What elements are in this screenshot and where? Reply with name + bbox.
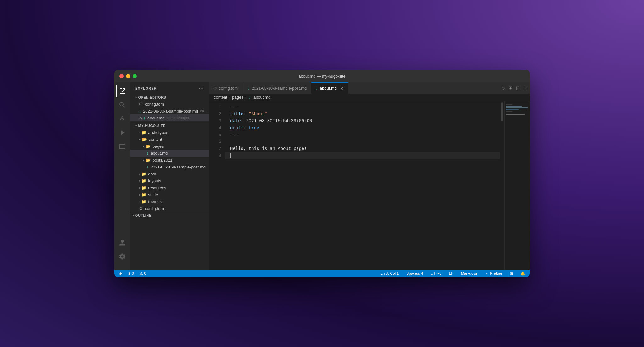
language-indicator[interactable]: Markdown	[460, 270, 480, 277]
warnings-text: ⚠ 0	[140, 271, 146, 276]
static-chevron: ›	[139, 193, 140, 196]
breadcrumb-pages: pages	[232, 95, 243, 100]
folder-pages[interactable]: ▾ 📂 pages	[130, 143, 209, 150]
close-icon-1[interactable]: ✕	[139, 116, 142, 120]
main-content: Explorer ··· ▾ OPEN EDITORS ⚙ config.tom…	[114, 82, 530, 270]
maximize-button[interactable]	[133, 74, 137, 78]
tab-config-toml[interactable]: ⚙ config.toml	[209, 82, 243, 94]
scrollbar-thumb[interactable]	[501, 102, 503, 121]
token-date-val: 2021-08-30T15:54:39+09:00	[246, 118, 312, 124]
encoding-indicator[interactable]: UTF-8	[430, 270, 443, 277]
open-editors-header[interactable]: ▾ OPEN EDITORS	[130, 94, 209, 101]
sidebar-header-icons[interactable]: ···	[199, 85, 204, 91]
breadcrumb-icon: ↓	[248, 95, 250, 100]
data-chevron: ›	[139, 172, 140, 176]
download-icon-post: ↓	[147, 164, 149, 169]
cursor-position[interactable]: Ln 8, Col 1	[379, 270, 400, 277]
folder-data[interactable]: › 📁 data	[130, 170, 209, 177]
minimap-line-2	[506, 106, 522, 107]
source-control-activity-icon[interactable]	[116, 113, 129, 125]
file-sample-post[interactable]: ↓ 2021-08-30-a-sample-post.md	[130, 163, 209, 170]
open-editor-sample-post[interactable]: ↓ 2021-08-30-a-sample-post.md content/po…	[130, 107, 209, 114]
sidebar-header: Explorer ···	[130, 82, 209, 94]
data-label: data	[148, 172, 156, 176]
cursor	[230, 153, 231, 158]
folder-static[interactable]: › 📁 static	[130, 191, 209, 198]
close-button[interactable]	[119, 74, 124, 78]
layouts-label: layouts	[148, 179, 161, 183]
token-dash-1: ---	[230, 105, 238, 110]
open-editor-config-toml[interactable]: ⚙ config.toml	[130, 101, 209, 107]
account-activity-icon[interactable]	[116, 236, 129, 249]
open-editor-about-name: about.md	[147, 116, 164, 120]
static-label: static	[148, 192, 158, 197]
formatter-text: ✓ Prettier	[486, 271, 502, 276]
folder-icon-content: 📂	[142, 137, 147, 142]
formatter-indicator[interactable]: ✓ Prettier	[485, 270, 503, 277]
folder-themes[interactable]: › 📁 themes	[130, 198, 209, 205]
more-icon[interactable]: ···	[199, 85, 204, 91]
open-editor-about[interactable]: ✕ ↓ about.md content/pages	[130, 114, 209, 121]
folder-archetypes[interactable]: › 📁 archetypes	[130, 129, 209, 136]
code-line-8[interactable]	[225, 152, 500, 159]
minimap-line-1	[506, 104, 512, 105]
sidebar: Explorer ··· ▾ OPEN EDITORS ⚙ config.tom…	[130, 82, 209, 270]
token-dash-2: ---	[230, 132, 238, 137]
code-content[interactable]: --- title: "About" date: 2021-08-30T15:5…	[225, 101, 500, 270]
explorer-activity-icon[interactable]	[116, 85, 129, 97]
folder-resources[interactable]: › 📁 resources	[130, 184, 209, 191]
tab-download-icon-1: ↓	[248, 86, 250, 91]
token-colon-2: :	[241, 118, 246, 124]
code-line-6	[225, 138, 500, 145]
more-actions-icon[interactable]: ···	[523, 85, 527, 91]
tab-close-icon[interactable]: ✕	[340, 86, 344, 91]
settings-activity-icon[interactable]	[116, 250, 129, 263]
breadcrumb-file: about.md	[253, 95, 270, 100]
outline-header[interactable]: › OUTLINE	[130, 212, 209, 218]
line-num-8: 8	[209, 152, 221, 159]
themes-label: themes	[148, 199, 162, 204]
code-line-2: title: "About"	[225, 111, 500, 118]
project-label: MY-HUGO-SITE	[138, 124, 166, 128]
content-label: content	[149, 137, 162, 142]
tab-about-md[interactable]: ↓ about.md ✕	[311, 82, 348, 94]
tab-sample-post[interactable]: ↓ 2021-08-30-a-sample-post.md	[243, 82, 311, 94]
editor-layout-icon[interactable]: ⊡	[516, 85, 520, 91]
folder-icon-layouts: 📁	[141, 179, 146, 183]
warnings-indicator[interactable]: ⚠ 0	[138, 270, 147, 277]
code-editor[interactable]: 1 2 3 4 5 6 7 8 --- title: "About" date:…	[209, 101, 530, 270]
posts-label: posts/2021	[153, 158, 173, 162]
remote-explorer-activity-icon[interactable]	[116, 140, 129, 153]
run-debug-activity-icon[interactable]	[116, 126, 129, 139]
folder-layouts[interactable]: › 📁 layouts	[130, 177, 209, 184]
activity-bar	[114, 82, 130, 270]
minimize-button[interactable]	[126, 74, 130, 78]
scrollbar-area[interactable]	[500, 101, 504, 270]
file-config-toml[interactable]: ⚙ config.toml	[130, 205, 209, 212]
folder-posts-2021[interactable]: ▾ 📂 posts/2021	[130, 157, 209, 163]
token-colon-3: :	[243, 125, 249, 130]
remote-indicator[interactable]: ⊕	[118, 270, 123, 277]
spaces-indicator[interactable]: Spaces: 4	[405, 270, 424, 277]
pages-chevron: ▾	[143, 145, 144, 148]
breadcrumb: content › pages › ↓ about.md	[209, 94, 530, 101]
folder-content[interactable]: ▾ 📂 content	[130, 136, 209, 143]
minimap-line-5	[506, 111, 512, 112]
file-about-md[interactable]: ↓ about.md	[130, 150, 209, 157]
search-activity-icon[interactable]	[116, 99, 129, 111]
folder-icon-resources: 📁	[141, 185, 146, 190]
minimap-line-3	[506, 107, 528, 108]
project-header[interactable]: ▾ MY-HUGO-SITE	[130, 123, 209, 129]
explorer-label: Explorer	[135, 86, 157, 90]
notifications-indicator[interactable]: 🔔	[519, 270, 526, 277]
bell-icon: 🔔	[520, 271, 525, 276]
run-icon[interactable]: ▷	[502, 85, 505, 91]
split-editor-icon[interactable]: ⊞	[508, 85, 513, 91]
line-ending-indicator[interactable]: LF	[448, 270, 455, 277]
remote-ssh-indicator[interactable]: ⊞	[508, 270, 514, 277]
layouts-chevron: ›	[139, 179, 140, 183]
token-text-hello: Hello, this is an About page!	[230, 146, 307, 151]
token-key-date: date	[230, 118, 241, 124]
errors-text: ⊗ 0	[128, 271, 134, 276]
errors-indicator[interactable]: ⊗ 0	[126, 270, 135, 277]
